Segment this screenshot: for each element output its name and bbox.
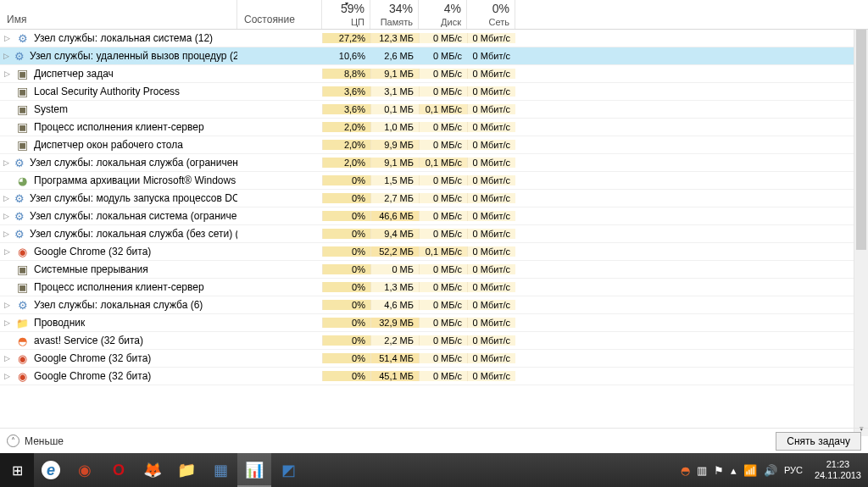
expand-icon[interactable]: ▷ [3, 373, 11, 380]
expand-icon[interactable]: ▷ [3, 195, 9, 202]
memory-cell: 32,9 МБ [370, 318, 419, 328]
process-icon [16, 370, 29, 383]
process-row[interactable]: ▷Google Chrome (32 бита)0%52,2 МБ0,1 МБ/… [0, 243, 868, 261]
disk-cell: 0 МБ/c [419, 122, 467, 132]
process-row[interactable]: ▷Google Chrome (32 бита)0%51,4 МБ0 МБ/c0… [0, 350, 868, 368]
process-row[interactable]: ▷Узел службы: локальная служба (без сети… [0, 225, 868, 243]
network-cell: 0 Мбит/с [467, 300, 515, 310]
process-row[interactable]: ▷Узел службы: локальная служба (6)0%4,6 … [0, 296, 868, 314]
cpu-cell: 0% [322, 229, 370, 239]
process-icon [16, 335, 29, 347]
process-row[interactable]: ▷Узел службы: локальная система (12)27,2… [0, 30, 868, 47]
taskbar-ie[interactable]: e [34, 453, 68, 487]
tray-volume-icon[interactable]: 🔊 [764, 464, 777, 477]
col-header-name[interactable]: Имя [0, 0, 237, 29]
process-row[interactable]: ▷System3,6%0,1 МБ0,1 МБ/c0 Мбит/с [0, 101, 868, 119]
expand-icon[interactable]: ▷ [3, 159, 9, 167]
network-cell: 0 Мбит/с [467, 282, 515, 292]
col-header-network[interactable]: 0%Сеть [467, 0, 515, 29]
expand-icon[interactable]: ▷ [3, 70, 11, 78]
disk-cell: 0 МБ/c [419, 229, 467, 239]
tray-flag-icon[interactable]: ⚑ [714, 464, 724, 477]
process-row[interactable]: ▷Проводник0%32,9 МБ0 МБ/c0 Мбит/с [0, 314, 868, 332]
process-name: Узел службы: локальная служба (без сети)… [30, 228, 237, 240]
process-row[interactable]: ▷Диспетчер окон рабочего стола2,0%9,9 МБ… [0, 136, 868, 154]
disk-cell: 0,1 МБ/c [419, 246, 467, 257]
process-row[interactable]: ▷Узел службы: модуль запуска процессов D… [0, 190, 868, 208]
process-row[interactable]: ▷avast! Service (32 бита)0%2,2 МБ0 МБ/c0… [0, 332, 868, 350]
cpu-cell: 0% [322, 264, 370, 274]
col-header-state[interactable]: Состояние [237, 0, 322, 29]
process-name: avast! Service (32 бита) [34, 335, 143, 346]
vertical-scrollbar[interactable]: ▴ ▾ [854, 30, 868, 436]
process-row[interactable]: ▷Узел службы: локальная система (огранич… [0, 208, 868, 225]
network-cell: 0 Мбит/с [467, 104, 515, 114]
network-cell: 0 Мбит/с [467, 122, 515, 132]
disk-cell: 0 МБ/c [419, 264, 467, 274]
network-cell: 0 Мбит/с [467, 318, 515, 328]
memory-cell: 1,3 МБ [370, 282, 419, 292]
memory-cell: 2,6 МБ [370, 51, 419, 61]
expand-icon[interactable]: ▷ [3, 53, 9, 60]
fewer-details-button[interactable]: ˄ Меньше [7, 434, 64, 447]
process-name: Диспетчер задач [34, 68, 114, 80]
taskbar-chrome[interactable]: ◉ [68, 453, 102, 487]
taskbar-opera[interactable]: O [102, 453, 136, 487]
disk-cell: 0 МБ/c [419, 300, 467, 310]
process-list[interactable]: ▷Узел службы: локальная система (12)27,2… [0, 30, 868, 436]
network-cell: 0 Мбит/с [467, 175, 515, 185]
cpu-cell: 0% [322, 211, 370, 221]
col-header-memory[interactable]: 34%Память [370, 0, 419, 29]
process-name: Системные прерывания [34, 263, 148, 275]
process-name: Процесс исполнения клиент-сервер [34, 121, 204, 133]
end-task-button[interactable]: Снять задачу [776, 432, 861, 451]
memory-cell: 3,1 МБ [370, 86, 419, 97]
taskbar-app2[interactable]: ◩ [271, 453, 305, 487]
tray-language[interactable]: РУС [784, 465, 803, 475]
process-icon [16, 352, 29, 365]
scroll-thumb[interactable] [856, 30, 866, 250]
expand-icon[interactable]: ▷ [3, 248, 11, 256]
memory-cell: 46,6 МБ [370, 211, 419, 221]
disk-cell: 0 МБ/c [419, 33, 467, 43]
process-icon [16, 86, 29, 98]
expand-icon[interactable]: ▷ [3, 302, 11, 309]
network-cell: 0 Мбит/с [467, 140, 515, 150]
tray-battery-icon[interactable]: ▥ [697, 464, 707, 477]
memory-cell: 51,4 МБ [370, 353, 419, 363]
taskbar-app1[interactable]: ▦ [203, 453, 237, 487]
expand-icon[interactable]: ▷ [3, 319, 11, 327]
expand-icon[interactable]: ▷ [3, 355, 11, 362]
process-row[interactable]: ▷Процесс исполнения клиент-сервер0%1,3 М… [0, 279, 868, 296]
process-row[interactable]: ▷Local Security Authority Process3,6%3,1… [0, 83, 868, 101]
tray-up-icon[interactable]: ▴ [731, 464, 737, 477]
taskbar-taskmanager[interactable]: 📊 [237, 453, 271, 487]
process-row[interactable]: ▷Системные прерывания0%0 МБ0 МБ/c0 Мбит/… [0, 261, 868, 279]
taskbar-explorer[interactable]: 📁 [170, 453, 203, 487]
footer-bar: ˄ Меньше Снять задачу [0, 428, 868, 453]
start-button[interactable]: ⊞ [0, 453, 34, 487]
memory-cell: 4,6 МБ [370, 300, 419, 310]
taskbar: ⊞ e ◉ O 🦊 📁 ▦ 📊 ◩ ◓ ▥ ⚑ ▴ 📶 🔊 РУС 21:23 … [0, 453, 868, 487]
process-row[interactable]: ▷Процесс исполнения клиент-сервер2,0%1,0… [0, 119, 868, 136]
tray-clock[interactable]: 21:23 24.11.2013 [810, 459, 861, 481]
col-header-disk[interactable]: 4%Диск [419, 0, 467, 29]
process-name: Узел службы: локальная система (ограниче… [30, 210, 237, 222]
tray-network-icon[interactable]: 📶 [743, 464, 757, 477]
taskbar-firefox[interactable]: 🦊 [136, 453, 170, 487]
memory-cell: 1,5 МБ [370, 175, 419, 185]
expand-icon[interactable]: ▷ [3, 230, 9, 238]
process-icon [16, 103, 29, 116]
network-cell: 0 Мбит/с [467, 51, 515, 61]
expand-icon[interactable]: ▷ [3, 213, 9, 220]
process-row[interactable]: ▷Узел службы: локальная служба (ограниче… [0, 154, 868, 172]
cpu-cell: 0% [322, 246, 370, 257]
process-icon [14, 228, 25, 241]
process-row[interactable]: ▷Программа архивации Microsoft® Windows0… [0, 172, 868, 190]
tray-avast-icon[interactable]: ◓ [681, 464, 690, 477]
process-row[interactable]: ▷Google Chrome (32 бита)0%45,1 МБ0 МБ/c0… [0, 368, 868, 385]
disk-cell: 0 МБ/c [419, 335, 467, 346]
process-row[interactable]: ▷Узел службы: удаленный вызов процедур (… [0, 47, 868, 65]
process-row[interactable]: ▷Диспетчер задач8,8%9,1 МБ0 МБ/c0 Мбит/с [0, 65, 868, 83]
expand-icon[interactable]: ▷ [3, 35, 11, 42]
